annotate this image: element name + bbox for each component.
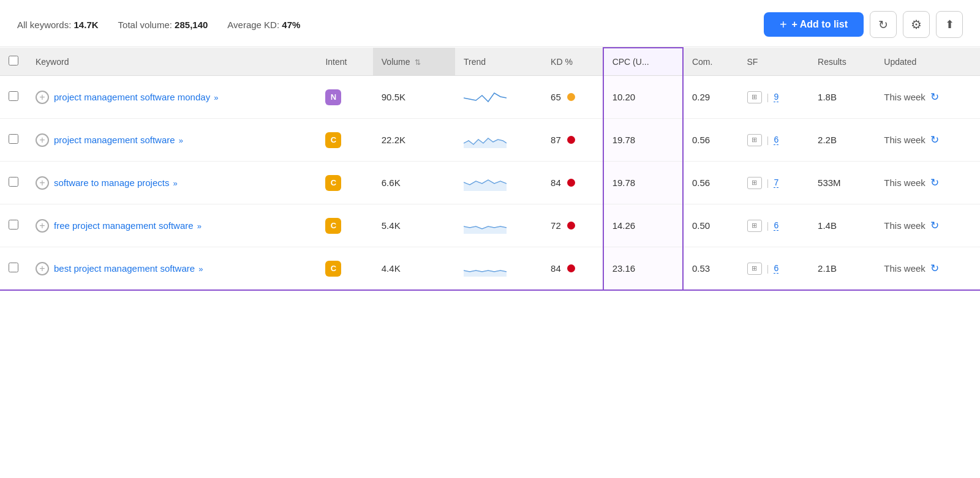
intent-badge: C [325,132,341,148]
header-intent: Intent [317,48,372,76]
row-kd-cell: 84 [542,247,603,291]
header-volume[interactable]: Volume ⇅ [373,48,455,76]
toolbar-right: + + Add to list ↻ ⚙ ⬆ [764,11,963,38]
chevron-right-icon: » [214,93,218,102]
row-checkbox[interactable] [9,220,18,230]
sf-separator: | [767,263,769,274]
row-checkbox[interactable] [9,134,18,144]
add-keyword-icon[interactable]: + [36,91,49,104]
table-row: + best project management software » C 4… [0,247,980,291]
header-updated: Updated [875,48,980,76]
row-com-cell: 0.56 [683,162,739,204]
sf-icon: ⊞ [747,134,762,146]
sf-number[interactable]: 9 [774,92,778,102]
row-keyword-cell: + project management software » [27,119,317,162]
row-kd-cell: 84 [542,162,603,204]
kd-dot [567,93,575,101]
row-intent-cell: N [317,76,372,119]
row-sf-cell: ⊞ | 6 [739,119,810,162]
row-trend-cell [455,119,542,162]
row-volume-cell: 6.6K [373,162,455,204]
row-updated-cell: This week ↻ [875,247,980,291]
row-keyword-cell: + project management software monday » [27,76,317,119]
row-refresh-icon[interactable]: ↻ [930,177,939,189]
header-trend: Trend [455,48,542,76]
add-keyword-icon[interactable]: + [36,133,49,147]
sf-separator: | [767,220,769,231]
row-updated-cell: This week ↻ [875,204,980,247]
row-keyword-cell: + software to manage projects » [27,162,317,204]
add-keyword-icon[interactable]: + [36,262,49,275]
row-com-cell: 0.50 [683,204,739,247]
sf-number[interactable]: 7 [774,177,778,188]
row-results-cell: 2.1B [809,247,875,291]
row-checkbox-cell [0,204,27,247]
keywords-table: Keyword Intent Volume ⇅ Trend KD % CPC (… [0,47,980,291]
trend-sparkline [464,87,507,107]
row-refresh-icon[interactable]: ↻ [930,263,939,274]
add-to-list-button[interactable]: + + Add to list [764,12,864,37]
row-volume-cell: 22.2K [373,119,455,162]
settings-button[interactable]: ⚙ [903,11,930,38]
row-checkbox-cell [0,76,27,119]
row-refresh-icon[interactable]: ↻ [930,91,939,103]
row-refresh-icon[interactable]: ↻ [930,220,939,231]
row-kd-cell: 87 [542,119,603,162]
keyword-link[interactable]: software to manage projects [54,177,169,188]
sf-separator: | [767,135,769,145]
select-all-checkbox[interactable] [9,56,18,65]
row-updated-cell: This week ↻ [875,162,980,204]
refresh-button[interactable]: ↻ [870,11,897,38]
kd-value: 87 [551,135,561,145]
intent-badge: C [325,261,341,277]
add-keyword-icon[interactable]: + [36,219,49,233]
export-button[interactable]: ⬆ [936,11,963,38]
row-sf-cell: ⊞ | 7 [739,162,810,204]
trend-sparkline [464,173,507,193]
header-kd: KD % [542,48,603,76]
sf-number[interactable]: 6 [774,263,778,274]
row-cpc-cell: 10.20 [603,76,683,119]
row-results-cell: 2.2B [809,119,875,162]
intent-badge: C [325,218,341,234]
add-keyword-icon[interactable]: + [36,176,49,190]
kd-dot [567,264,575,272]
keyword-link[interactable]: project management software monday [54,92,210,102]
sf-number[interactable]: 6 [774,135,778,145]
sort-icon: ⇅ [415,58,421,67]
row-refresh-icon[interactable]: ↻ [930,134,939,146]
refresh-icon: ↻ [878,18,888,32]
kd-dot [567,222,575,230]
kd-dot [567,136,575,144]
row-checkbox[interactable] [9,263,18,272]
keyword-link[interactable]: free project management software [54,220,194,231]
chevron-right-icon: » [198,264,203,274]
row-checkbox[interactable] [9,177,18,187]
row-keyword-cell: + free project management software » [27,204,317,247]
keywords-table-wrap: Keyword Intent Volume ⇅ Trend KD % CPC (… [0,47,980,291]
row-results-cell: 1.4B [809,204,875,247]
header-keyword: Keyword [27,48,317,76]
intent-badge: C [325,175,341,191]
chevron-right-icon: » [173,179,178,188]
row-com-cell: 0.56 [683,119,739,162]
total-volume-stat: Total volume: 285,140 [118,20,208,30]
plus-icon: + [780,18,787,31]
row-checkbox[interactable] [9,91,18,101]
row-results-cell: 1.8B [809,76,875,119]
sf-icon: ⊞ [747,177,762,189]
row-trend-cell [455,247,542,291]
sf-number[interactable]: 6 [774,220,778,231]
row-intent-cell: C [317,204,372,247]
all-keywords-stat: All keywords: 14.7K [17,20,99,30]
keyword-link[interactable]: project management software [54,135,175,145]
gear-icon: ⚙ [911,17,922,32]
row-trend-cell [455,162,542,204]
row-results-cell: 533M [809,162,875,204]
kd-value: 84 [551,263,561,274]
row-updated-cell: This week ↻ [875,119,980,162]
header-results: Results [809,48,875,76]
row-intent-cell: C [317,162,372,204]
trend-sparkline [464,258,507,278]
keyword-link[interactable]: best project management software [54,263,195,274]
